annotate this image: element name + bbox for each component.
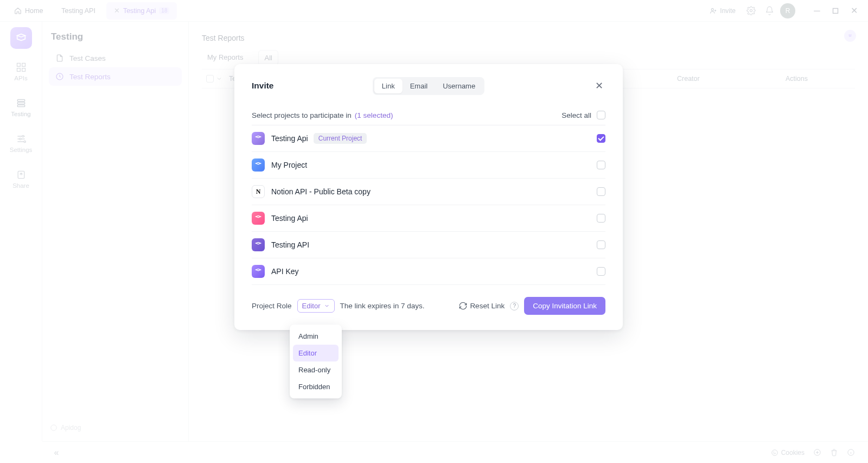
role-selected-value: Editor: [302, 302, 321, 310]
modal-title: Invite: [252, 81, 273, 91]
project-icon: N: [252, 185, 265, 198]
select-text: Select projects to participate in: [252, 111, 352, 119]
copy-invitation-button[interactable]: Copy Invitation Link: [524, 297, 605, 315]
project-checkbox[interactable]: [597, 267, 605, 276]
role-option[interactable]: Admin: [293, 328, 339, 345]
project-row[interactable]: Testing Api: [252, 205, 605, 232]
project-name: My Project: [271, 161, 307, 169]
info-icon[interactable]: ?: [510, 302, 519, 310]
project-name: Notion API - Public Beta copy: [271, 187, 371, 196]
project-icon: [252, 238, 265, 251]
role-dropdown: AdminEditorRead-onlyForbidden: [290, 325, 342, 398]
reset-link-button[interactable]: Reset Link: [459, 302, 505, 310]
project-icon: [252, 265, 265, 278]
modal-footer: Project Role Editor The link expires in …: [252, 297, 605, 315]
invite-method-tabs: Link Email Username: [373, 77, 484, 95]
project-row[interactable]: API Key: [252, 258, 605, 285]
role-option[interactable]: Forbidden: [293, 378, 339, 395]
selected-count: (1 selected): [355, 111, 393, 119]
project-list: Testing ApiCurrent ProjectMy ProjectNNot…: [252, 125, 605, 285]
chevron-down-icon: [324, 303, 330, 309]
select-all-label: Select all: [561, 111, 591, 119]
project-name: Testing Api: [271, 214, 308, 223]
project-row[interactable]: NNotion API - Public Beta copy: [252, 179, 605, 205]
select-all-checkbox[interactable]: [597, 111, 605, 119]
seg-username[interactable]: Username: [435, 79, 483, 93]
project-row[interactable]: Testing ApiCurrent Project: [252, 125, 605, 152]
project-row[interactable]: My Project: [252, 152, 605, 179]
project-name: API Key: [271, 267, 299, 276]
expire-text: The link expires in 7 days.: [340, 302, 425, 310]
refresh-icon: [459, 302, 467, 310]
seg-email[interactable]: Email: [403, 79, 436, 93]
project-name: Testing Api: [271, 134, 308, 143]
invite-modal: Invite Link Email Username ✕ Select proj…: [234, 64, 623, 330]
role-select[interactable]: Editor: [297, 299, 335, 313]
project-checkbox[interactable]: [597, 134, 605, 143]
role-label: Project Role: [252, 302, 292, 310]
project-checkbox[interactable]: [597, 214, 605, 223]
project-select-header: Select projects to participate in (1 sel…: [252, 111, 605, 125]
project-checkbox[interactable]: [597, 240, 605, 249]
seg-link[interactable]: Link: [374, 79, 403, 93]
current-project-badge: Current Project: [314, 133, 367, 144]
project-icon: [252, 212, 265, 225]
project-checkbox[interactable]: [597, 161, 605, 169]
project-icon: [252, 158, 265, 172]
project-name: Testing API: [271, 240, 309, 249]
project-checkbox[interactable]: [597, 187, 605, 196]
project-icon: [252, 132, 265, 145]
project-row[interactable]: Testing API: [252, 232, 605, 258]
role-option[interactable]: Read-only: [293, 361, 339, 378]
modal-close-icon[interactable]: ✕: [592, 79, 605, 92]
role-option[interactable]: Editor: [293, 345, 339, 361]
